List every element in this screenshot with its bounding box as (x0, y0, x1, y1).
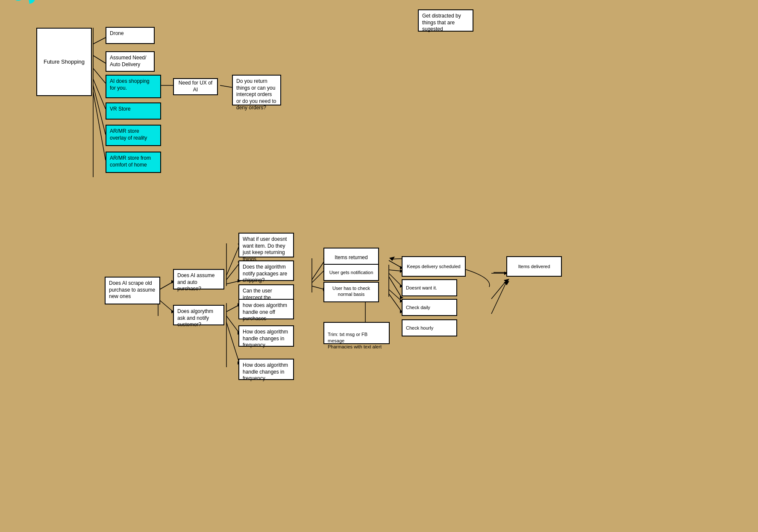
svg-line-13 (158, 282, 173, 290)
svg-line-15 (158, 299, 173, 312)
vr-store-node: VR Store (106, 102, 161, 120)
svg-line-45 (389, 277, 402, 298)
items-delivered-node: Items delivered (506, 256, 562, 277)
distracted-node: Get distracted by things that are sugest… (418, 9, 473, 32)
svg-line-3 (93, 79, 106, 109)
future-shopping-node: Future Shopping (36, 28, 92, 96)
svg-line-5 (93, 92, 106, 160)
logo-text: SHOPP. (4, 0, 44, 4)
svg-line-39 (389, 260, 402, 268)
svg-line-1 (93, 56, 106, 63)
check-daily-node: Check daily (402, 299, 457, 316)
svg-line-36 (312, 286, 325, 289)
trim-txt-node: Trim: txt msg or FB mesage Pharmacies wi… (323, 322, 390, 344)
assumed-need-node: Assumed Need/ Auto Delivery (106, 51, 155, 72)
svg-line-57 (491, 284, 505, 314)
ai-shopping-node: AI does shopping for you. (106, 75, 161, 98)
svg-line-41 (389, 270, 402, 271)
ar-mr-home-node: AR/MR store from comfort of home (106, 152, 161, 173)
drone-node: Drone (106, 27, 155, 44)
ar-mr-overlay-node: AR/MR store overlay of reality (106, 125, 161, 146)
keeps-delivery-node: Keeps delivery scheduled (402, 256, 466, 277)
user-check-normal-node: User has to check normal basis (323, 282, 379, 302)
svg-line-34 (312, 270, 325, 283)
svg-line-47 (389, 289, 402, 301)
svg-marker-56 (504, 279, 509, 283)
svg-line-20 (226, 263, 239, 280)
svg-line-49 (389, 294, 402, 312)
does-ai-assume-node: Does AI assume and auto purchase? (173, 269, 224, 289)
svg-marker-54 (389, 257, 395, 261)
what-if-user-node: What if user doesnt want item. Do they j… (238, 233, 294, 257)
does-ai-scrape-node: Does AI scrape old purchase to assume ne… (105, 277, 160, 304)
user-gets-notification-node: User gets notification (323, 264, 379, 281)
svg-line-55 (491, 282, 505, 299)
return-intercept-node: Do you return things or can you intercep… (232, 75, 281, 105)
svg-line-4 (93, 85, 106, 134)
does-algorythm-ask-node: Does algorythm ask and notify customer? (173, 305, 224, 325)
svg-line-29 (226, 322, 239, 363)
svg-line-25 (226, 305, 239, 312)
svg-line-43 (389, 273, 402, 286)
how-one-off-node: how does algorithm handle one off purcha… (238, 299, 294, 319)
svg-line-2 (93, 68, 106, 83)
svg-line-22 (226, 281, 239, 284)
svg-line-9 (220, 85, 233, 88)
svg-line-0 (93, 38, 106, 44)
svg-line-32 (312, 260, 325, 280)
how-changes-freq1-node: How does algorithm handle changes in fre… (238, 325, 294, 347)
check-hourly-node: Check hourly (402, 319, 457, 336)
svg-line-18 (226, 246, 239, 275)
need-ux-ai-node: Need for UX of AI (173, 78, 218, 95)
does-algo-notify-node: Does the algorithm notify packages are s… (238, 260, 294, 281)
svg-line-27 (226, 316, 239, 333)
how-changes-freq2-node: How does algorithm handle changes in fre… (238, 359, 294, 380)
svg-marker-58 (504, 281, 509, 285)
doesnt-want-node: Doesnt want it. (402, 279, 457, 296)
